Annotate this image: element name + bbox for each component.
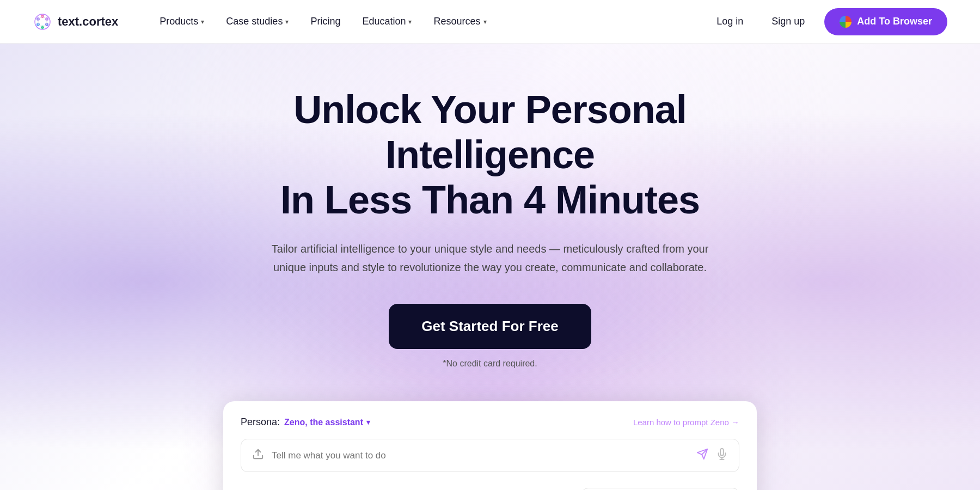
nav-item-case-studies[interactable]: Case studies ▾ [217, 11, 297, 32]
no-credit-card-text: *No credit card required. [443, 359, 537, 369]
upload-document-button[interactable]: Upload document New [581, 488, 739, 490]
navbar: text.cortex Products ▾ Case studies ▾ Pr… [0, 0, 980, 44]
nav-right: Log in Sign up Add To Browser [708, 8, 947, 35]
hero-subtitle: Tailor artificial intelligence to your u… [256, 240, 724, 277]
login-link[interactable]: Log in [708, 11, 752, 32]
logo-icon [33, 12, 52, 32]
nav-links: Products ▾ Case studies ▾ Pricing Educat… [151, 11, 708, 32]
microphone-icon[interactable] [716, 448, 728, 463]
hero-title: Unlock Your Personal Intelligence In Les… [191, 87, 789, 222]
bottom-row: Enable Search ? Upload document New [241, 485, 739, 490]
hero-content: Unlock Your Personal Intelligence In Les… [191, 87, 789, 490]
chevron-down-icon: ▾ [366, 418, 370, 426]
chat-widget: Persona: Zeno, the assistant ▾ Learn how… [223, 401, 757, 490]
enable-search-toggle[interactable]: Enable Search ? [241, 485, 323, 490]
chevron-down-icon: ▾ [408, 18, 412, 26]
logo-text: text.cortex [58, 15, 118, 29]
add-to-browser-button[interactable]: Add To Browser [824, 8, 947, 35]
upload-icon[interactable] [252, 448, 264, 463]
chevron-down-icon: ▾ [483, 18, 487, 26]
hero-section: Unlock Your Personal Intelligence In Les… [0, 44, 980, 490]
nav-item-education[interactable]: Education ▾ [353, 11, 420, 32]
nav-item-pricing[interactable]: Pricing [302, 11, 349, 32]
chevron-down-icon: ▾ [285, 18, 289, 26]
nav-item-resources[interactable]: Resources ▾ [425, 11, 495, 32]
persona-value[interactable]: Zeno, the assistant ▾ [284, 418, 370, 427]
nav-item-products[interactable]: Products ▾ [151, 11, 213, 32]
learn-prompt-link[interactable]: Learn how to prompt Zeno → [633, 418, 739, 427]
signup-link[interactable]: Sign up [763, 11, 813, 32]
send-icon[interactable] [696, 448, 708, 463]
persona-selector[interactable]: Persona: Zeno, the assistant ▾ [241, 416, 370, 428]
logo[interactable]: text.cortex [33, 12, 118, 32]
chat-input-row [241, 439, 739, 472]
chrome-icon [840, 16, 852, 28]
persona-row: Persona: Zeno, the assistant ▾ Learn how… [241, 416, 739, 428]
get-started-button[interactable]: Get Started For Free [389, 304, 591, 349]
chat-text-input[interactable] [272, 450, 689, 461]
chevron-down-icon: ▾ [201, 18, 204, 26]
